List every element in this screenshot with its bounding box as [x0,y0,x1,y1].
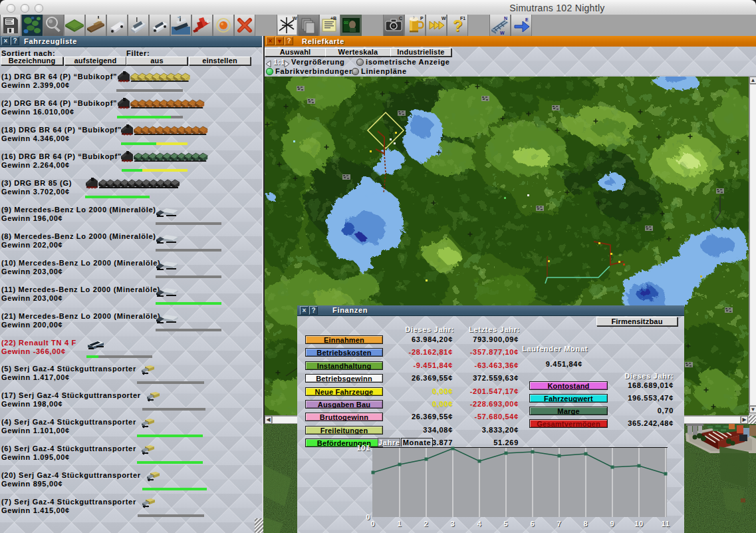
svg-text:F1: F1 [460,16,465,21]
svg-text:E: E [525,17,529,22]
svg-text:00: 00 [344,21,348,25]
svg-text:C: C [399,16,402,21]
svg-text:N: N [504,16,507,21]
svg-text:+B: +B [330,16,336,21]
svg-text:P: P [420,16,424,21]
svg-text:W: W [441,16,446,21]
svg-text:W: W [293,16,297,21]
svg-text:W: W [500,31,505,35]
